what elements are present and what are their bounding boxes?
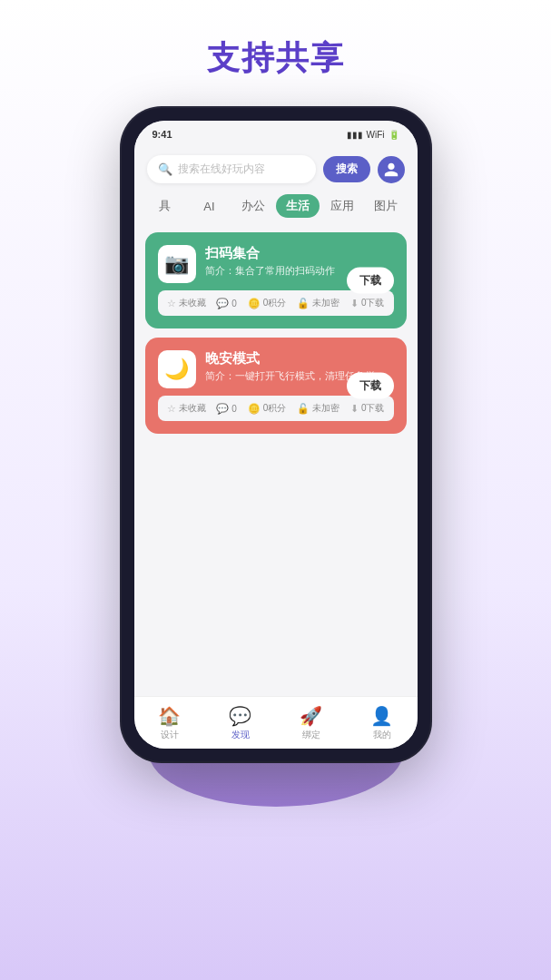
star-icon-2: ☆ [167,403,176,415]
tab-tool[interactable]: 具 [143,194,188,218]
nav-item-mine[interactable]: 👤 我的 [359,701,404,745]
discover-icon: 💬 [229,705,251,727]
avatar-button[interactable] [378,156,405,183]
nav-label-mine: 我的 [373,729,391,741]
stat-points-2: 🪙 0积分 [248,402,287,415]
bottom-nav: 🏠 设计 💬 发现 🚀 绑定 👤 我的 [134,696,418,749]
search-bar: 🔍 搜索在线好玩内容 搜索 [134,148,418,191]
stat-comments-value-1: 0 [231,299,237,309]
comment-icon-2: 💬 [216,403,229,415]
lock-icon-2: 🔓 [297,403,310,415]
stat-downloads-value-2: 0下载 [361,402,385,415]
stat-downloads-2: ⬇ 0下载 [350,402,385,415]
signal-icon: ▮▮▮ [347,130,363,140]
status-time: 9:41 [153,129,172,140]
app-card-nightmode: 🌙 晚安模式 简介：一键打开飞行模式，清理任务栏 下载 ☆ 未收藏 [145,338,407,434]
stat-downloads-value-1: 0下载 [361,297,385,309]
search-placeholder: 搜索在线好玩内容 [178,162,305,177]
stat-points-1: 🪙 0积分 [248,297,287,309]
battery-icon: 🔋 [389,130,399,140]
stat-points-value-1: 0积分 [263,297,287,309]
app-icon-nightmode: 🌙 [158,350,196,388]
points-icon-1: 🪙 [248,298,261,309]
stat-downloads-1: ⬇ 0下载 [350,297,385,309]
app-name-nightmode: 晚安模式 [205,350,394,368]
tab-office[interactable]: 办公 [231,194,276,218]
user-icon [383,162,399,178]
tab-app[interactable]: 应用 [320,194,364,218]
card-stats-scanner: ☆ 未收藏 💬 0 🪙 0积分 🔓 未加密 [158,290,394,316]
tabs-bar: 具 AI 办公 生活 应用 图片 [134,191,418,225]
star-icon-1: ☆ [167,298,176,309]
app-icon-scanner: 📷 [158,245,196,283]
stat-favorite-2: ☆ 未收藏 [167,402,206,415]
phone-screen: 9:41 ▮▮▮ WiFi 🔋 🔍 搜索在线好玩内容 搜索 [134,121,418,749]
home-icon: 🏠 [158,705,181,727]
tab-image[interactable]: 图片 [364,194,408,218]
phone-mockup: 9:41 ▮▮▮ WiFi 🔋 🔍 搜索在线好玩内容 搜索 [122,108,430,779]
phone-frame: 9:41 ▮▮▮ WiFi 🔋 🔍 搜索在线好玩内容 搜索 [122,108,430,761]
nav-item-design[interactable]: 🏠 设计 [147,701,192,745]
stat-favorite-1: ☆ 未收藏 [167,297,206,309]
nav-label-discover: 发现 [231,729,250,741]
card-stats-nightmode: ☆ 未收藏 💬 0 🪙 0积分 🔓 未加密 [158,396,394,421]
stat-comments-value-2: 0 [231,404,237,414]
stat-encrypt-value-1: 未加密 [312,297,339,309]
stat-encrypt-2: 🔓 未加密 [297,402,339,415]
tab-ai[interactable]: AI [187,196,231,217]
search-input-wrapper[interactable]: 🔍 搜索在线好玩内容 [147,155,316,183]
status-icons: ▮▮▮ WiFi 🔋 [347,130,399,140]
search-button[interactable]: 搜索 [323,156,370,182]
points-icon-2: 🪙 [248,403,261,415]
stat-favorite-label-2: 未收藏 [179,402,206,415]
lock-icon-1: 🔓 [297,298,310,309]
nav-label-design: 设计 [161,729,179,741]
app-name-scanner: 扫码集合 [205,245,394,262]
page-title: 支持共享 [207,36,345,81]
wifi-icon: WiFi [367,130,385,140]
nav-label-bind: 绑定 [302,729,320,741]
nav-item-bind[interactable]: 🚀 绑定 [289,701,333,745]
stat-points-value-2: 0积分 [263,402,287,415]
status-bar: 9:41 ▮▮▮ WiFi 🔋 [134,121,418,148]
search-icon: 🔍 [158,162,172,176]
stat-comments-1: 💬 0 [216,298,237,309]
content-area: 📷 扫码集合 简介：集合了常用的扫码动作 下载 ☆ 未收藏 💬 [134,225,418,696]
stat-encrypt-1: 🔓 未加密 [297,297,339,309]
download-icon-1: ⬇ [350,298,359,309]
stat-comments-2: 💬 0 [216,403,237,415]
rocket-icon: 🚀 [300,705,322,727]
profile-icon: 👤 [370,705,393,727]
download-icon-2: ⬇ [350,403,359,415]
download-btn-nightmode[interactable]: 下载 [347,373,394,399]
stat-encrypt-value-2: 未加密 [312,402,339,415]
app-card-scanner: 📷 扫码集合 简介：集合了常用的扫码动作 下载 ☆ 未收藏 💬 [145,232,407,328]
comment-icon-1: 💬 [216,298,229,309]
nav-item-discover[interactable]: 💬 发现 [218,701,262,745]
download-btn-scanner[interactable]: 下载 [347,268,394,294]
tab-life[interactable]: 生活 [276,194,320,218]
stat-favorite-label-1: 未收藏 [179,297,206,309]
